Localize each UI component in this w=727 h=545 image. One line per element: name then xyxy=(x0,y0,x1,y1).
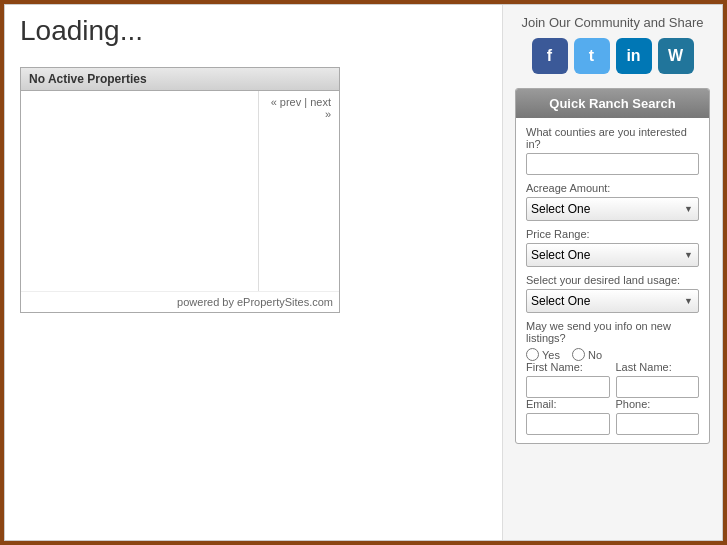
email-phone-row: Email: Phone: xyxy=(526,398,699,435)
radio-group: Yes No xyxy=(526,348,699,361)
wordpress-icon[interactable]: W xyxy=(658,38,694,74)
acreage-select[interactable]: Select One xyxy=(526,197,699,221)
properties-nav-area: « prev | next » xyxy=(259,91,339,291)
first-name-col: First Name: xyxy=(526,361,610,398)
nav-separator: | xyxy=(301,96,310,108)
first-name-input[interactable] xyxy=(526,376,610,398)
prev-link[interactable]: « prev xyxy=(271,96,302,108)
facebook-icon[interactable]: f xyxy=(532,38,568,74)
last-name-label: Last Name: xyxy=(616,361,700,373)
yes-radio[interactable] xyxy=(526,348,539,361)
main-container: Loading... No Active Properties « prev |… xyxy=(4,4,723,541)
search-box-header: Quick Ranch Search xyxy=(516,89,709,118)
properties-content: « prev | next » xyxy=(21,91,339,291)
land-label: Select your desired land usage: xyxy=(526,274,699,286)
newsletter-label: May we send you info on new listings? xyxy=(526,320,699,344)
land-select[interactable]: Select One xyxy=(526,289,699,313)
no-label: No xyxy=(588,349,602,361)
twitter-icon[interactable]: t xyxy=(574,38,610,74)
yes-radio-label[interactable]: Yes xyxy=(526,348,560,361)
acreage-select-wrapper: Select One xyxy=(526,197,699,221)
phone-col: Phone: xyxy=(616,398,700,435)
name-row: First Name: Last Name: xyxy=(526,361,699,398)
left-panel: Loading... No Active Properties « prev |… xyxy=(5,5,502,540)
email-label: Email: xyxy=(526,398,610,410)
search-box-body: What counties are you interested in? Acr… xyxy=(516,118,709,443)
email-col: Email: xyxy=(526,398,610,435)
phone-label: Phone: xyxy=(616,398,700,410)
linkedin-icon[interactable]: in xyxy=(616,38,652,74)
yes-label: Yes xyxy=(542,349,560,361)
phone-input[interactable] xyxy=(616,413,700,435)
no-radio-label[interactable]: No xyxy=(572,348,602,361)
first-name-label: First Name: xyxy=(526,361,610,373)
counties-label: What counties are you interested in? xyxy=(526,126,699,150)
email-input[interactable] xyxy=(526,413,610,435)
powered-by: powered by ePropertySites.com xyxy=(21,291,339,312)
counties-input[interactable] xyxy=(526,153,699,175)
last-name-input[interactable] xyxy=(616,376,700,398)
social-icons: f t in W xyxy=(515,38,710,74)
no-radio[interactable] xyxy=(572,348,585,361)
land-select-wrapper: Select One xyxy=(526,289,699,313)
next-link[interactable]: next » xyxy=(310,96,331,120)
price-select-wrapper: Select One xyxy=(526,243,699,267)
price-label: Price Range: xyxy=(526,228,699,240)
last-name-col: Last Name: xyxy=(616,361,700,398)
loading-title: Loading... xyxy=(20,15,487,47)
properties-box: No Active Properties « prev | next » pow… xyxy=(20,67,340,313)
community-title: Join Our Community and Share xyxy=(515,15,710,30)
properties-header: No Active Properties xyxy=(21,68,339,91)
price-select[interactable]: Select One xyxy=(526,243,699,267)
acreage-label: Acreage Amount: xyxy=(526,182,699,194)
right-panel: Join Our Community and Share f t in W Qu… xyxy=(502,5,722,540)
properties-image-area xyxy=(21,91,259,291)
search-box: Quick Ranch Search What counties are you… xyxy=(515,88,710,444)
